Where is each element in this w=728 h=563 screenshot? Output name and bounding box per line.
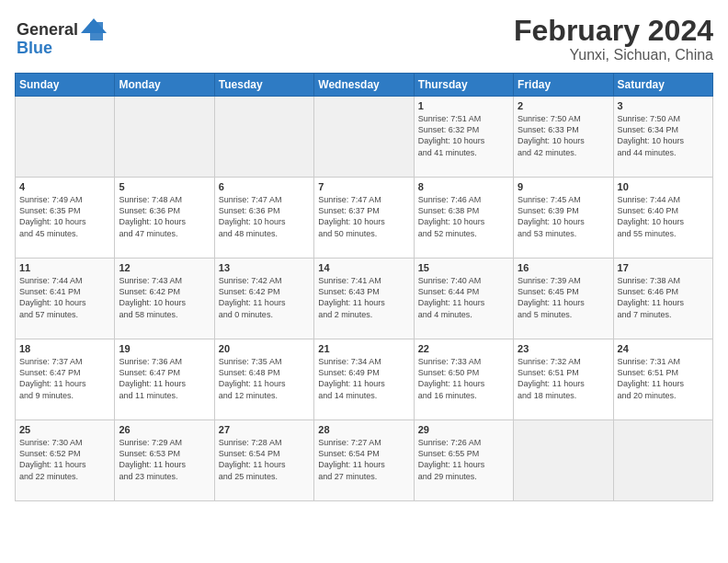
day-info: Sunrise: 7:40 AM Sunset: 6:44 PM Dayligh…: [418, 275, 509, 320]
day-info: Sunrise: 7:33 AM Sunset: 6:50 PM Dayligh…: [418, 356, 509, 401]
table-row: 19Sunrise: 7:36 AM Sunset: 6:47 PM Dayli…: [115, 339, 214, 420]
table-row: 25Sunrise: 7:30 AM Sunset: 6:52 PM Dayli…: [16, 420, 115, 501]
day-info: Sunrise: 7:35 AM Sunset: 6:48 PM Dayligh…: [219, 356, 310, 401]
table-row: 18Sunrise: 7:37 AM Sunset: 6:47 PM Dayli…: [16, 339, 115, 420]
table-row: 1Sunrise: 7:51 AM Sunset: 6:32 PM Daylig…: [414, 97, 513, 178]
table-row: 6Sunrise: 7:47 AM Sunset: 6:36 PM Daylig…: [214, 178, 313, 259]
day-info: Sunrise: 7:26 AM Sunset: 6:55 PM Dayligh…: [418, 437, 509, 482]
table-row: 15Sunrise: 7:40 AM Sunset: 6:44 PM Dayli…: [414, 259, 513, 339]
day-number: 12: [119, 262, 210, 273]
page: General Blue February 2024 Yunxi, Sichua…: [0, 0, 728, 563]
logo-icon: General Blue: [15, 15, 116, 59]
day-info: Sunrise: 7:27 AM Sunset: 6:54 PM Dayligh…: [318, 437, 409, 482]
table-row: 5Sunrise: 7:48 AM Sunset: 6:36 PM Daylig…: [115, 178, 214, 259]
table-row: 3Sunrise: 7:50 AM Sunset: 6:34 PM Daylig…: [613, 97, 712, 178]
svg-text:Blue: Blue: [17, 39, 52, 57]
table-row: 12Sunrise: 7:43 AM Sunset: 6:42 PM Dayli…: [115, 259, 214, 339]
day-info: Sunrise: 7:50 AM Sunset: 6:34 PM Dayligh…: [618, 113, 709, 158]
svg-text:General: General: [17, 20, 78, 39]
day-info: Sunrise: 7:29 AM Sunset: 6:53 PM Dayligh…: [119, 437, 210, 482]
day-number: 8: [418, 181, 509, 192]
title-area: February 2024 Yunxi, Sichuan, China: [514, 15, 713, 63]
day-number: 22: [418, 343, 509, 354]
calendar-week-row: 11Sunrise: 7:44 AM Sunset: 6:41 PM Dayli…: [16, 259, 713, 339]
day-info: Sunrise: 7:51 AM Sunset: 6:32 PM Dayligh…: [418, 113, 509, 158]
day-number: 28: [318, 424, 409, 435]
day-number: 29: [418, 424, 509, 435]
page-subtitle: Yunxi, Sichuan, China: [514, 47, 713, 63]
table-row: [613, 420, 712, 501]
table-row: [214, 97, 313, 178]
calendar-week-row: 1Sunrise: 7:51 AM Sunset: 6:32 PM Daylig…: [16, 97, 713, 178]
day-number: 20: [219, 343, 310, 354]
day-info: Sunrise: 7:47 AM Sunset: 6:37 PM Dayligh…: [318, 194, 409, 239]
table-row: 17Sunrise: 7:38 AM Sunset: 6:46 PM Dayli…: [613, 259, 712, 339]
day-number: 5: [119, 181, 210, 192]
table-row: 22Sunrise: 7:33 AM Sunset: 6:50 PM Dayli…: [414, 339, 513, 420]
day-info: Sunrise: 7:50 AM Sunset: 6:33 PM Dayligh…: [518, 113, 609, 158]
col-monday: Monday: [115, 74, 214, 97]
day-number: 13: [219, 262, 310, 273]
day-info: Sunrise: 7:48 AM Sunset: 6:36 PM Dayligh…: [119, 194, 210, 239]
day-number: 24: [618, 343, 709, 354]
day-info: Sunrise: 7:31 AM Sunset: 6:51 PM Dayligh…: [618, 356, 709, 401]
page-title: February 2024: [514, 15, 713, 47]
day-number: 25: [19, 424, 110, 435]
calendar-header-row: Sunday Monday Tuesday Wednesday Thursday…: [16, 74, 713, 97]
calendar-table: Sunday Monday Tuesday Wednesday Thursday…: [15, 73, 713, 501]
day-number: 19: [119, 343, 210, 354]
day-info: Sunrise: 7:46 AM Sunset: 6:38 PM Dayligh…: [418, 194, 509, 239]
table-row: [514, 420, 613, 501]
day-info: Sunrise: 7:38 AM Sunset: 6:46 PM Dayligh…: [618, 275, 709, 320]
day-info: Sunrise: 7:34 AM Sunset: 6:49 PM Dayligh…: [318, 356, 409, 401]
col-sunday: Sunday: [16, 74, 115, 97]
table-row: 29Sunrise: 7:26 AM Sunset: 6:55 PM Dayli…: [414, 420, 513, 501]
day-info: Sunrise: 7:44 AM Sunset: 6:40 PM Dayligh…: [618, 194, 709, 239]
table-row: 21Sunrise: 7:34 AM Sunset: 6:49 PM Dayli…: [314, 339, 414, 420]
day-info: Sunrise: 7:43 AM Sunset: 6:42 PM Dayligh…: [119, 275, 210, 320]
day-info: Sunrise: 7:39 AM Sunset: 6:45 PM Dayligh…: [518, 275, 609, 320]
day-number: 11: [19, 262, 110, 273]
day-info: Sunrise: 7:47 AM Sunset: 6:36 PM Dayligh…: [219, 194, 310, 239]
day-info: Sunrise: 7:41 AM Sunset: 6:43 PM Dayligh…: [318, 275, 409, 320]
day-number: 1: [418, 100, 509, 111]
table-row: 4Sunrise: 7:49 AM Sunset: 6:35 PM Daylig…: [16, 178, 115, 259]
col-friday: Friday: [514, 74, 613, 97]
calendar-week-row: 4Sunrise: 7:49 AM Sunset: 6:35 PM Daylig…: [16, 178, 713, 259]
col-wednesday: Wednesday: [314, 74, 414, 97]
table-row: [115, 97, 214, 178]
day-info: Sunrise: 7:49 AM Sunset: 6:35 PM Dayligh…: [19, 194, 110, 239]
day-number: 18: [19, 343, 110, 354]
header: General Blue February 2024 Yunxi, Sichua…: [15, 15, 713, 63]
table-row: 23Sunrise: 7:32 AM Sunset: 6:51 PM Dayli…: [514, 339, 613, 420]
table-row: 28Sunrise: 7:27 AM Sunset: 6:54 PM Dayli…: [314, 420, 414, 501]
table-row: 27Sunrise: 7:28 AM Sunset: 6:54 PM Dayli…: [214, 420, 313, 501]
logo: General Blue: [15, 15, 116, 63]
table-row: 7Sunrise: 7:47 AM Sunset: 6:37 PM Daylig…: [314, 178, 414, 259]
day-number: 6: [219, 181, 310, 192]
day-number: 3: [618, 100, 709, 111]
day-info: Sunrise: 7:36 AM Sunset: 6:47 PM Dayligh…: [119, 356, 210, 401]
table-row: 26Sunrise: 7:29 AM Sunset: 6:53 PM Dayli…: [115, 420, 214, 501]
day-number: 26: [119, 424, 210, 435]
day-info: Sunrise: 7:37 AM Sunset: 6:47 PM Dayligh…: [19, 356, 110, 401]
day-number: 15: [418, 262, 509, 273]
day-info: Sunrise: 7:45 AM Sunset: 6:39 PM Dayligh…: [518, 194, 609, 239]
calendar-week-row: 18Sunrise: 7:37 AM Sunset: 6:47 PM Dayli…: [16, 339, 713, 420]
table-row: 24Sunrise: 7:31 AM Sunset: 6:51 PM Dayli…: [613, 339, 712, 420]
table-row: 11Sunrise: 7:44 AM Sunset: 6:41 PM Dayli…: [16, 259, 115, 339]
col-thursday: Thursday: [414, 74, 513, 97]
table-row: 10Sunrise: 7:44 AM Sunset: 6:40 PM Dayli…: [613, 178, 712, 259]
col-tuesday: Tuesday: [214, 74, 313, 97]
day-number: 21: [318, 343, 409, 354]
day-number: 23: [518, 343, 609, 354]
table-row: [16, 97, 115, 178]
day-number: 16: [518, 262, 609, 273]
table-row: 16Sunrise: 7:39 AM Sunset: 6:45 PM Dayli…: [514, 259, 613, 339]
day-info: Sunrise: 7:44 AM Sunset: 6:41 PM Dayligh…: [19, 275, 110, 320]
day-number: 7: [318, 181, 409, 192]
table-row: 13Sunrise: 7:42 AM Sunset: 6:42 PM Dayli…: [214, 259, 313, 339]
calendar-week-row: 25Sunrise: 7:30 AM Sunset: 6:52 PM Dayli…: [16, 420, 713, 501]
day-info: Sunrise: 7:30 AM Sunset: 6:52 PM Dayligh…: [19, 437, 110, 482]
day-number: 17: [618, 262, 709, 273]
